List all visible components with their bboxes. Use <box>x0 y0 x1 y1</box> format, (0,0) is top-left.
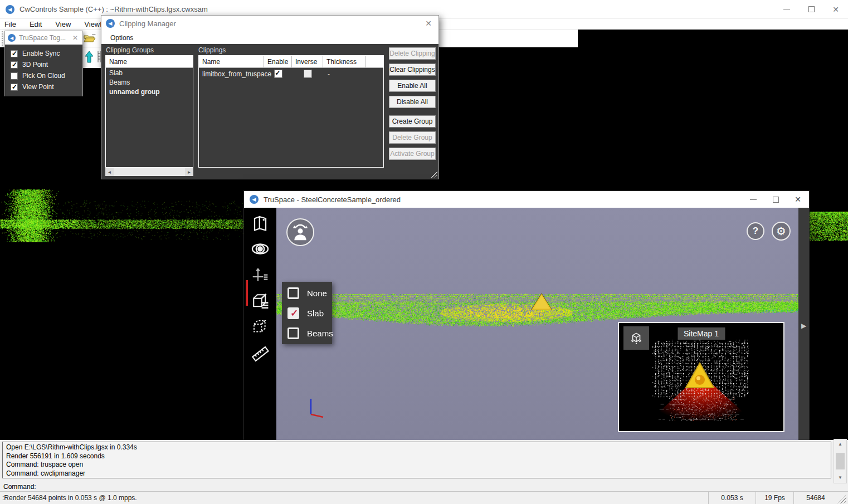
main-statusbar: :Render 54684 points in 0.053 s @ 1.0 mp… <box>0 491 848 504</box>
tog-close-button[interactable]: ✕ <box>68 34 82 42</box>
beams-checkbox[interactable] <box>287 327 299 339</box>
pick-on-cloud-label: Pick On Cloud <box>22 72 65 80</box>
truspace-icon: ◀ <box>250 195 259 204</box>
left-pointcloud-canvas <box>0 189 243 242</box>
cyan-arrow-icon[interactable] <box>84 50 95 66</box>
right-panel-strip[interactable]: ▶ <box>798 208 809 447</box>
groups-horizontal-scrollbar[interactable]: ◄ ► <box>105 168 193 176</box>
truspace-title: TruSpace - SteelConcreteSample_ordered <box>264 195 401 204</box>
measure-ruler-icon[interactable] <box>244 342 276 365</box>
group-row-slab[interactable]: Slab <box>106 68 193 77</box>
truspace-toggles-panel: ◀ TruSpace Tog... ✕ Enable Sync 3D Point… <box>4 31 83 96</box>
clipping-manager-dialog: ◀ Clipping Manager ✕ Options Clipping Gr… <box>101 15 439 179</box>
sitemap-label-text: SiteMap 1 <box>684 329 719 338</box>
create-group-button[interactable]: Create Group <box>389 115 436 128</box>
log-vertical-scrollbar[interactable]: ▲ ▼ <box>834 439 847 483</box>
toggle-enable-sync[interactable]: Enable Sync <box>11 50 82 57</box>
clippings-label: Clippings <box>198 46 226 54</box>
truspace-client: ? ⚙ <box>244 208 809 447</box>
menu-edit[interactable]: Edit <box>23 19 48 30</box>
col-thickness[interactable]: Thickness <box>323 56 366 67</box>
sitemap-cube-button[interactable] <box>623 326 649 350</box>
clipping-manager-title: Clipping Manager <box>119 19 176 28</box>
scroll-up-icon[interactable]: ▲ <box>838 439 842 449</box>
popup-item-none[interactable]: None <box>282 283 332 303</box>
view-eye-icon[interactable] <box>244 238 276 260</box>
toggle-pick-on-cloud[interactable]: Pick On Cloud <box>11 72 82 80</box>
open-folder-icon[interactable] <box>82 31 97 46</box>
sitemap-scanner-marker-icon[interactable] <box>685 362 715 389</box>
truspace-minimize-button[interactable] <box>742 191 764 208</box>
options-menu[interactable]: Options <box>101 31 140 44</box>
clipping-manager-close-button[interactable]: ✕ <box>418 19 438 28</box>
group-name: unnamed group <box>109 88 160 96</box>
right-pointcloud-canvas <box>809 212 848 242</box>
clipping-manager-titlebar: ◀ Clipping Manager ✕ <box>101 16 438 31</box>
truspace-maximize-button[interactable] <box>764 191 787 208</box>
enable-sync-checkbox[interactable] <box>11 50 18 57</box>
command-prompt-label: Command: <box>3 483 36 491</box>
groups-header[interactable]: Name <box>106 56 193 68</box>
none-checkbox[interactable] <box>287 287 299 299</box>
expand-panel-icon[interactable]: ▶ <box>801 322 806 447</box>
scroll-down-icon[interactable]: ▼ <box>838 473 842 483</box>
toggle-view-point[interactable]: View Point <box>11 83 82 91</box>
clippings-header-row: Name Enable Inverse Thickness <box>199 56 383 68</box>
group-row-unnamed[interactable]: unnamed group <box>106 87 193 96</box>
limitbox-dashed-icon[interactable] <box>244 316 276 338</box>
dialog-resize-grip[interactable] <box>430 170 437 178</box>
clipping-tool-icon[interactable] <box>244 290 276 312</box>
sitemap-overlay[interactable]: SiteMap 1 <box>618 322 784 432</box>
delete-clipping-button[interactable]: Delete Clipping <box>389 47 436 60</box>
menu-file[interactable]: File <box>0 19 23 30</box>
window-resize-grip[interactable] <box>837 495 846 503</box>
col-inverse[interactable]: Inverse <box>292 56 323 67</box>
walkaround-mode-icon[interactable] <box>286 218 314 246</box>
popup-item-slab[interactable]: Slab <box>282 303 332 323</box>
scroll-right-icon[interactable]: ► <box>185 168 193 176</box>
minimize-icon <box>783 9 790 9</box>
group-name: Slab <box>109 69 123 77</box>
scroll-left-icon[interactable]: ◄ <box>105 168 114 176</box>
clipping-enable-checkbox[interactable] <box>274 70 282 78</box>
sitemap-panel-icon[interactable] <box>244 212 276 234</box>
orientation-axes-icon <box>305 398 328 420</box>
log-line-3: Command: truspace open <box>6 461 827 469</box>
maximize-icon <box>773 197 779 203</box>
clipping-row[interactable]: limitbox_from_truspace - <box>199 68 383 80</box>
settings-gear-icon[interactable]: ⚙ <box>772 222 791 241</box>
log-box: Open E:\LGS\Rithm-withClips.lgsx in 0.33… <box>2 442 831 478</box>
minimize-button[interactable] <box>774 0 799 18</box>
3d-point-checkbox[interactable] <box>11 61 18 68</box>
scanner-marker-icon[interactable] <box>531 293 552 310</box>
toggle-3d-point[interactable]: 3D Point <box>11 61 82 68</box>
3d-point-label: 3D Point <box>22 61 48 68</box>
pick-on-cloud-checkbox[interactable] <box>11 72 18 80</box>
maximize-button[interactable] <box>799 0 823 18</box>
gear-glyph: ⚙ <box>776 224 786 238</box>
col-name[interactable]: Name <box>199 56 264 67</box>
clear-clippings-button[interactable]: Clear Clippings <box>389 63 436 76</box>
delete-group-button[interactable]: Delete Group <box>389 131 436 144</box>
clipping-manager-body: Clipping Groups Name Slab Beams unnamed … <box>101 44 438 179</box>
group-row-beams[interactable]: Beams <box>106 77 193 87</box>
scroll-thumb[interactable] <box>836 453 845 469</box>
popup-item-beams[interactable]: Beams <box>282 323 332 343</box>
menu-view[interactable]: View <box>48 19 77 30</box>
disable-all-button[interactable]: Disable All <box>389 96 436 108</box>
truspace-3d-viewport[interactable]: ? ⚙ <box>276 208 798 447</box>
elevation-axis-icon[interactable] <box>244 263 276 286</box>
clipping-manager-menubar: Options <box>101 31 438 44</box>
activate-group-button[interactable]: Activate Group <box>389 148 436 160</box>
group-name: Beams <box>109 79 130 86</box>
enable-all-button[interactable]: Enable All <box>389 80 436 92</box>
toolbar-grip[interactable] <box>2 31 3 46</box>
command-prompt-row[interactable]: Command: <box>3 481 36 490</box>
col-enable[interactable]: Enable <box>264 56 292 67</box>
truspace-close-button[interactable]: ✕ <box>787 191 809 208</box>
slab-checkbox[interactable] <box>287 307 299 319</box>
help-icon[interactable]: ? <box>747 222 764 240</box>
close-button[interactable]: ✕ <box>823 0 848 18</box>
clipping-inverse-checkbox[interactable] <box>304 70 312 78</box>
view-point-checkbox[interactable] <box>11 84 18 91</box>
